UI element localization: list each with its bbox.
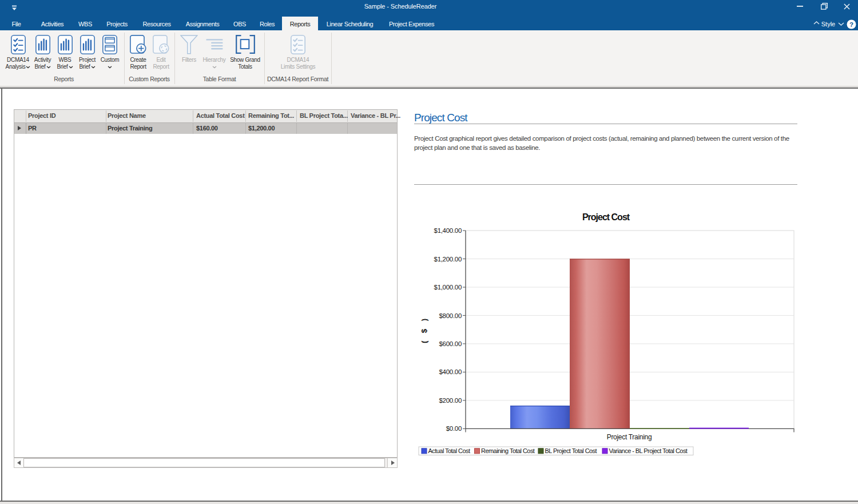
svg-text:Remaining Total Cost: Remaining Total Cost — [481, 447, 535, 454]
svg-text:( $ ): ( $ ) — [420, 316, 428, 343]
svg-text:$800.00: $800.00 — [439, 312, 462, 319]
svg-text:$600.00: $600.00 — [439, 340, 462, 347]
svg-text:Project Training: Project Training — [607, 433, 652, 441]
svg-text:Variance - BL Project Total Co: Variance - BL Project Total Cost — [609, 447, 688, 454]
svg-text:BL Project Total Cost: BL Project Total Cost — [545, 447, 597, 454]
svg-text:$1,000.00: $1,000.00 — [434, 284, 462, 291]
svg-text:$0.00: $0.00 — [446, 425, 462, 432]
svg-text:$1,400.00: $1,400.00 — [434, 227, 462, 234]
svg-text:Actual Total Cost: Actual Total Cost — [428, 447, 470, 454]
svg-text:$400.00: $400.00 — [439, 368, 462, 375]
svg-text:Project Cost: Project Cost — [582, 212, 630, 222]
svg-text:$200.00: $200.00 — [439, 397, 462, 404]
svg-text:$1,200.00: $1,200.00 — [434, 256, 462, 263]
svg-text:?: ? — [849, 21, 853, 28]
